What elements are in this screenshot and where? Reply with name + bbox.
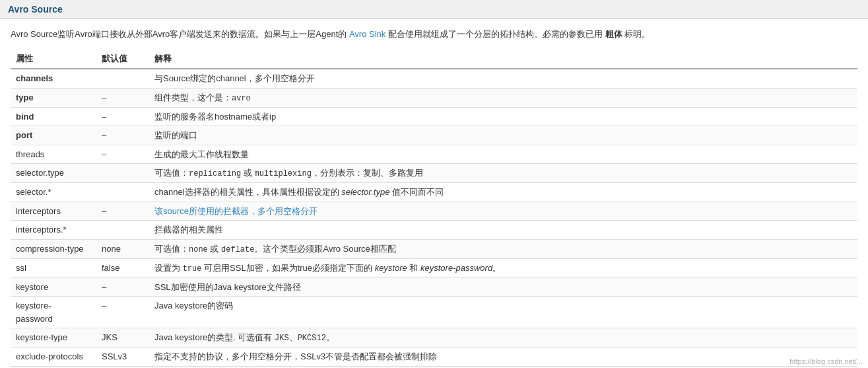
default-cell: SSLv3	[96, 348, 149, 367]
page-title: Avro Source	[0, 0, 868, 19]
avro-sink-link[interactable]: Avro Sink	[349, 29, 385, 39]
col-header-desc: 解释	[149, 50, 857, 69]
table-row: sslfalse设置为 true 可启用SSL加密，如果为true必须指定下面的…	[11, 258, 857, 277]
table-row: selector.type可选值：replicating 或 multiplex…	[11, 164, 857, 183]
desc-cell: 该source所使用的拦截器，多个用空格分开	[149, 202, 857, 221]
col-header-attr: 属性	[11, 50, 96, 69]
table-row: exclude-protocolsSSLv3指定不支持的协议，多个用空格分开，S…	[11, 348, 857, 367]
default-cell	[96, 164, 149, 183]
default-cell: –	[96, 202, 149, 221]
desc-cell: Java keystore的密码	[149, 297, 857, 328]
desc-cell: channel选择器的相关属性，具体属性根据设定的 selector.type …	[149, 183, 857, 202]
desc-cell: 可选值：replicating 或 multiplexing，分别表示：复制、多…	[149, 164, 857, 183]
intro-bold: 粗体	[605, 29, 622, 39]
desc-cell: 设置为 true 可启用SSL加密，如果为true必须指定下面的 keystor…	[149, 258, 857, 277]
table-row: selector.*channel选择器的相关属性，具体属性根据设定的 sele…	[11, 183, 857, 202]
default-cell: none	[96, 239, 149, 258]
attr-cell: port	[11, 126, 96, 145]
properties-table: 属性 默认值 解释 channels与Source绑定的channel，多个用空…	[11, 50, 857, 368]
table-row: interceptors–该source所使用的拦截器，多个用空格分开	[11, 202, 857, 221]
col-header-default: 默认值	[96, 50, 149, 69]
desc-cell: 拦截器的相关属性	[149, 221, 857, 240]
default-cell: JKS	[96, 328, 149, 348]
intro-text: Avro Source监听Avro端口接收从外部Avro客户端发送来的数据流。如…	[11, 27, 857, 42]
attr-cell: interceptors.*	[11, 221, 96, 240]
table-header-row: 属性 默认值 解释	[11, 50, 857, 69]
table-row: threads–生成的最大工作线程数量	[11, 145, 857, 164]
table-row: bind–监听的服务器名hostname或者ip	[11, 107, 857, 126]
attr-cell: channels	[11, 69, 96, 88]
main-content: Avro Source监听Avro端口接收从外部Avro客户端发送来的数据流。如…	[0, 19, 868, 368]
attr-cell: selector.type	[11, 164, 96, 183]
attr-cell: keystore-password	[11, 297, 96, 328]
desc-cell: 与Source绑定的channel，多个用空格分开	[149, 69, 857, 88]
desc-cell: 监听的端口	[149, 126, 857, 145]
default-cell	[96, 183, 149, 202]
attr-cell: bind	[11, 107, 96, 126]
default-cell: –	[96, 277, 149, 297]
default-cell: –	[96, 88, 149, 107]
desc-cell: 指定不支持的协议，多个用空格分开，SSLv3不管是否配置都会被强制排除	[149, 348, 857, 367]
table-row: keystore–SSL加密使用的Java keystore文件路径	[11, 277, 857, 297]
default-cell	[96, 221, 149, 240]
table-row: channels与Source绑定的channel，多个用空格分开	[11, 69, 857, 88]
attr-cell: exclude-protocols	[11, 348, 96, 367]
table-row: keystore-password–Java keystore的密码	[11, 297, 857, 328]
desc-cell: 监听的服务器名hostname或者ip	[149, 107, 857, 126]
desc-cell: Java keystore的类型. 可选值有 JKS、PKCS12。	[149, 328, 857, 348]
table-row: type–组件类型，这个是：avro	[11, 88, 857, 107]
table-row: compression-typenone可选值：none 或 deflate。这…	[11, 239, 857, 258]
desc-cell: 生成的最大工作线程数量	[149, 145, 857, 164]
table-row: keystore-typeJKSJava keystore的类型. 可选值有 J…	[11, 328, 857, 348]
attr-cell: type	[11, 88, 96, 107]
attr-cell: ssl	[11, 258, 96, 277]
attr-cell: keystore-type	[11, 328, 96, 348]
default-cell: –	[96, 145, 149, 164]
default-cell	[96, 69, 149, 88]
desc-cell: 可选值：none 或 deflate。这个类型必须跟Avro Source相匹配	[149, 239, 857, 258]
default-cell: –	[96, 297, 149, 328]
desc-cell: 组件类型，这个是：avro	[149, 88, 857, 107]
default-cell: false	[96, 258, 149, 277]
attr-cell: compression-type	[11, 239, 96, 258]
attr-cell: selector.*	[11, 183, 96, 202]
default-cell: –	[96, 107, 149, 126]
attr-cell: keystore	[11, 277, 96, 297]
desc-cell: SSL加密使用的Java keystore文件路径	[149, 277, 857, 297]
table-row: port–监听的端口	[11, 126, 857, 145]
attr-cell: interceptors	[11, 202, 96, 221]
attr-cell: threads	[11, 145, 96, 164]
watermark: https://blog.csdn.net/...	[789, 357, 863, 365]
table-row: interceptors.*拦截器的相关属性	[11, 221, 857, 240]
default-cell: –	[96, 126, 149, 145]
